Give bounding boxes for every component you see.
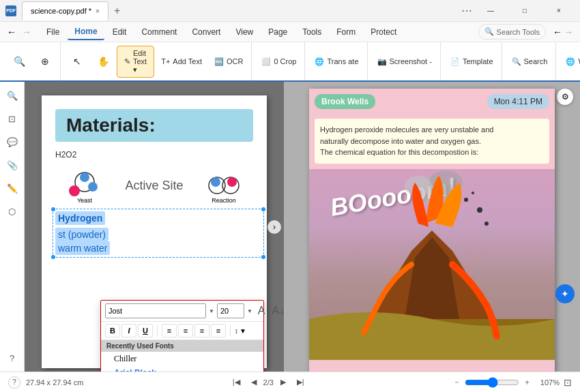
ocr-btn[interactable]: 🔤 OCR: [209, 55, 248, 69]
select-btn[interactable]: ↖: [65, 53, 89, 70]
translate-btn[interactable]: 🌐 Trans ate: [309, 55, 364, 69]
close-btn[interactable]: ×: [543, 0, 575, 22]
add-text-icon: T+: [161, 57, 170, 65]
align-left-btn[interactable]: ≡: [162, 324, 177, 337]
molecule-1: Yeast: [64, 165, 105, 206]
menu-form[interactable]: Form: [330, 25, 362, 40]
line-spacing-group: ↕ ▼: [235, 327, 246, 335]
ribbon: 🔍 ⊕ ↖ ✋ ✎ Edit Text ▾ T+ Add Text 🔤 OCR …: [0, 42, 580, 82]
font-name-input[interactable]: [105, 303, 206, 318]
template-label: Template: [463, 57, 493, 65]
dots-menu-btn[interactable]: ⋯: [461, 4, 472, 17]
line-spacing-btn[interactable]: ↕: [235, 327, 238, 335]
new-tab-btn[interactable]: +: [111, 5, 123, 17]
menu-comment[interactable]: Comment: [134, 25, 184, 40]
crop-icon: ⬜: [261, 57, 271, 66]
active-tab[interactable]: science-copy.pdf * ×: [22, 1, 108, 20]
chat-text: Hydrogen peroxide molecules are very uns…: [315, 119, 549, 164]
increase-font-btn[interactable]: A↑: [258, 305, 271, 317]
action-btn[interactable]: ✦: [555, 284, 575, 303]
tool-attachment[interactable]: 📎: [3, 155, 22, 175]
add-text-label: Add Text: [173, 57, 202, 65]
nav-back-btn[interactable]: ←: [553, 27, 562, 37]
tab-close-btn[interactable]: ×: [96, 7, 100, 15]
wikipedia-btn[interactable]: 🌐 Wikipedia: [560, 55, 580, 69]
back-nav-btn[interactable]: ←: [7, 27, 16, 37]
font-list[interactable]: Chiller Arial Black Calibri Times Niagar…: [101, 352, 263, 372]
font-dropdown-arrow[interactable]: ▼: [209, 303, 214, 318]
svg-point-1: [69, 185, 80, 196]
minimize-icon: —: [487, 7, 494, 14]
svg-text:Reaction: Reaction: [212, 197, 236, 204]
zoom-in-btn[interactable]: ⊕: [33, 53, 57, 70]
underline-btn[interactable]: U: [138, 324, 153, 337]
menu-page[interactable]: Page: [261, 25, 294, 40]
zoom-slider[interactable]: [465, 377, 519, 388]
dropdown-btn[interactable]: ▼: [240, 327, 246, 335]
menu-view[interactable]: View: [229, 25, 260, 40]
tool-layers[interactable]: ⬡: [3, 202, 22, 221]
decrease-font-btn[interactable]: A↓: [272, 305, 285, 317]
font-item-chiller[interactable]: Chiller: [101, 352, 263, 366]
maximize-btn[interactable]: □: [509, 0, 540, 22]
statusbar-right: － ＋ 107% ⊡: [453, 377, 572, 388]
add-text-btn[interactable]: T+ Add Text: [156, 55, 207, 68]
sel-handle-tl: [51, 207, 55, 211]
template-btn[interactable]: 📄 Template: [445, 55, 499, 69]
justify-btn[interactable]: ≡: [211, 324, 226, 337]
zoom-out-btn[interactable]: 🔍: [7, 53, 31, 70]
template-icon: 📄: [450, 57, 460, 66]
forward-nav-btn[interactable]: →: [22, 27, 31, 37]
align-right-btn[interactable]: ≡: [194, 324, 209, 337]
ribbon-group-zoom: 🔍 ⊕: [4, 42, 61, 80]
font-size-input[interactable]: [217, 303, 244, 318]
menu-protect[interactable]: Protect: [364, 25, 403, 40]
search-tools-btn[interactable]: 🔍 Search Tools: [478, 24, 546, 40]
hand-icon: ✋: [98, 56, 109, 67]
menu-convert[interactable]: Convert: [185, 25, 227, 40]
italic-btn[interactable]: I: [121, 324, 136, 337]
crop-btn[interactable]: ⬜ 0 Crop: [256, 55, 302, 69]
tool-pages[interactable]: ⊡: [3, 109, 22, 128]
volcano-svg: [309, 169, 555, 360]
menu-tools[interactable]: Tools: [295, 25, 328, 40]
water-highlight[interactable]: warm water: [55, 241, 110, 255]
pdf-settings-btn[interactable]: ⚙: [557, 89, 573, 105]
prev-page-btn[interactable]: ◀: [247, 376, 261, 388]
hydrogen-highlight[interactable]: Hydrogen: [55, 211, 105, 225]
total-pages: 3: [270, 378, 274, 387]
help-btn[interactable]: ?: [8, 376, 20, 389]
search-btn[interactable]: 🔍 Search: [506, 55, 553, 69]
hand-btn[interactable]: ✋: [91, 53, 115, 70]
translate-label: Trans ate: [327, 57, 358, 65]
font-size-arrow[interactable]: ▼: [247, 303, 252, 318]
sel-handle-br: [261, 255, 265, 259]
zoom-in-btn-status[interactable]: ＋: [523, 377, 531, 387]
translate-icon: 🌐: [315, 57, 324, 66]
next-page-btn[interactable]: ▶: [276, 376, 290, 388]
menu-edit[interactable]: Edit: [106, 25, 134, 40]
screenshot-btn[interactable]: 📷 Screenshot -: [372, 55, 437, 69]
separator-1: [157, 325, 158, 336]
tool-search[interactable]: 🔍: [3, 86, 22, 105]
font-item-arial-black[interactable]: Arial Black: [101, 366, 263, 372]
menu-file[interactable]: File: [40, 25, 66, 40]
menu-home[interactable]: Home: [68, 24, 104, 40]
last-page-btn[interactable]: ▶|: [293, 376, 308, 388]
tool-comment[interactable]: 💬: [3, 132, 22, 151]
first-page-btn[interactable]: |◀: [229, 376, 244, 388]
nav-fwd-btn[interactable]: →: [564, 27, 573, 37]
zoom-out-btn-status[interactable]: －: [453, 377, 461, 387]
pdf-scroll-right-btn[interactable]: ›: [267, 220, 281, 234]
fit-page-btn[interactable]: ⊡: [564, 377, 572, 388]
edit-text-btn[interactable]: ✎ Edit Text ▾: [117, 46, 154, 78]
tool-draw[interactable]: ✏️: [3, 179, 22, 198]
molecule-2: Reaction: [203, 165, 244, 206]
powder-highlight[interactable]: st (powder): [55, 228, 108, 241]
align-center-btn[interactable]: ≡: [178, 324, 193, 337]
bold-btn[interactable]: B: [105, 324, 120, 337]
font-toolbar-row: ▼ ▼ A↑ A↓: [101, 301, 263, 322]
ribbon-group-template: 📄 Template: [442, 42, 502, 80]
minimize-btn[interactable]: —: [475, 0, 506, 22]
tool-help[interactable]: ?: [3, 348, 22, 367]
